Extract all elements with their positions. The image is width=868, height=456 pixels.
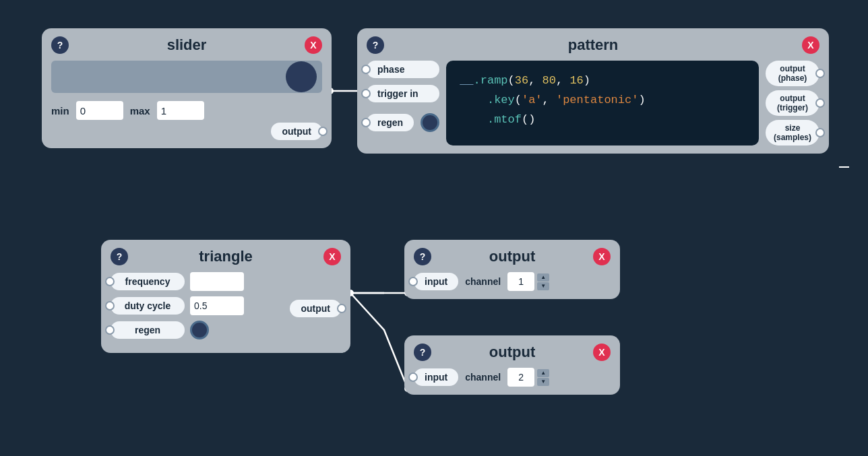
pattern-phase-input[interactable]: phase <box>367 61 439 78</box>
output2-channel-spinner: ▲ ▼ <box>507 368 549 387</box>
triangle-title: triangle <box>133 248 318 265</box>
pattern-outputs: output(phase) output(trigger) size(sampl… <box>766 61 819 145</box>
triangle-close-button[interactable]: X <box>323 248 341 265</box>
code-paren-7: ) <box>638 94 645 106</box>
pattern-trigger-input[interactable]: trigger in <box>367 85 439 102</box>
code-paren-2: , <box>528 74 542 87</box>
slider-node: ? slider X min max output <box>42 28 332 148</box>
triangle-regen-pill[interactable]: regen <box>111 321 185 339</box>
output2-increment-btn[interactable]: ▲ <box>537 369 549 377</box>
pattern-title: pattern <box>390 36 797 54</box>
triangle-header: ? triangle X <box>111 248 341 265</box>
pattern-body: phase trigger in regen __.ramp(36, 80, 1… <box>367 61 819 145</box>
output2-input-pill[interactable]: input <box>414 368 458 386</box>
triangle-help-button[interactable]: ? <box>111 248 128 265</box>
pattern-header: ? pattern X <box>367 36 819 54</box>
triangle-output-pill[interactable]: output <box>290 300 341 317</box>
output1-help-button[interactable]: ? <box>414 248 431 265</box>
pattern-help-button[interactable]: ? <box>367 36 384 54</box>
triangle-duty-row: duty cycle <box>111 296 290 315</box>
triangle-body: frequency duty cycle regen output <box>111 272 341 345</box>
output2-header: ? output X <box>414 344 611 361</box>
slider-header: ? slider X <box>51 36 322 54</box>
output1-body: input channel ▲ ▼ <box>414 272 611 291</box>
max-label: max <box>130 105 150 117</box>
output1-title: output <box>437 248 588 265</box>
output1-decrement-btn[interactable]: ▼ <box>537 282 549 290</box>
output1-channel-spinner: ▲ ▼ <box>507 272 549 291</box>
triangle-params: frequency duty cycle regen <box>111 272 290 345</box>
pattern-regen-row: regen <box>367 113 439 132</box>
triangle-node: ? triangle X frequency duty cycle regen … <box>101 240 350 353</box>
output-node-2: ? output X input channel ▲ ▼ <box>404 335 620 395</box>
pattern-output-phase[interactable]: output(phase) <box>766 61 819 86</box>
min-input[interactable] <box>76 101 123 120</box>
pattern-regen-input[interactable]: regen <box>367 114 414 131</box>
output2-channel-label: channel <box>465 372 501 383</box>
code-fn-3: .mtof <box>460 113 522 126</box>
output2-decrement-btn[interactable]: ▼ <box>537 378 549 386</box>
triangle-frequency-input[interactable] <box>190 272 244 291</box>
code-line-3: .mtof() <box>460 110 745 130</box>
slider-thumb[interactable] <box>286 61 317 92</box>
code-num-3: 16 <box>569 74 583 87</box>
slider-close-button[interactable]: X <box>305 36 322 54</box>
output1-channel-label: channel <box>465 276 501 287</box>
pattern-size-samples[interactable]: size(samples) <box>766 120 819 145</box>
triangle-duty-input[interactable] <box>190 296 244 315</box>
max-input[interactable] <box>157 101 204 120</box>
output1-close-button[interactable]: X <box>593 248 611 265</box>
triangle-frequency-row: frequency <box>111 272 290 291</box>
min-label: min <box>51 105 69 117</box>
code-paren-3: , <box>556 74 569 87</box>
output2-spinner-btns: ▲ ▼ <box>537 369 549 386</box>
output2-help-button[interactable]: ? <box>414 344 431 361</box>
code-line-1: __.ramp(36, 80, 16) <box>460 71 745 91</box>
triangle-duty-pill[interactable]: duty cycle <box>111 297 185 315</box>
pattern-inputs: phase trigger in regen <box>367 61 439 145</box>
triangle-frequency-pill[interactable]: frequency <box>111 273 185 290</box>
output1-increment-btn[interactable]: ▲ <box>537 273 549 282</box>
slider-track[interactable] <box>51 61 322 93</box>
code-fn-1: .ramp <box>474 74 508 87</box>
code-paren-5: ( <box>515 94 522 106</box>
output1-spinner-btns: ▲ ▼ <box>537 273 549 290</box>
pattern-node: ? pattern X phase trigger in regen __.ra… <box>357 28 829 154</box>
output-node-1: ? output X input channel ▲ ▼ <box>404 240 620 299</box>
output2-close-button[interactable]: X <box>593 344 611 361</box>
slider-min-max: min max <box>51 101 322 120</box>
slider-output-pill[interactable]: output <box>271 123 322 140</box>
slider-output-row: output <box>51 123 322 140</box>
code-fn-2: .key <box>460 94 515 106</box>
code-paren-8: () <box>522 113 535 126</box>
code-line-2: .key('a', 'pentatonic') <box>460 91 745 110</box>
code-paren-6: , <box>542 94 556 106</box>
output2-body: input channel ▲ ▼ <box>414 368 611 387</box>
output2-channel-value[interactable] <box>507 368 534 387</box>
triangle-regen-row: regen <box>111 321 290 339</box>
code-paren-1: ( <box>508 74 515 87</box>
slider-title: slider <box>74 36 299 54</box>
triangle-regen-toggle[interactable] <box>190 321 209 339</box>
output2-title: output <box>437 344 588 361</box>
pattern-code-area: __.ramp(36, 80, 16) .key('a', 'pentatoni… <box>446 61 759 145</box>
pattern-output-trigger[interactable]: output(trigger) <box>766 90 819 116</box>
triangle-output-col: output <box>290 272 341 345</box>
code-str-1: 'a' <box>522 94 542 106</box>
slider-help-button[interactable]: ? <box>51 36 69 54</box>
code-str-2: 'pentatonic' <box>556 94 638 106</box>
code-num-1: 36 <box>515 74 528 87</box>
pattern-regen-toggle[interactable] <box>421 113 439 132</box>
output1-channel-value[interactable] <box>507 272 534 291</box>
pattern-close-button[interactable]: X <box>802 36 819 54</box>
output1-input-pill[interactable]: input <box>414 273 458 290</box>
code-num-2: 80 <box>542 74 556 87</box>
code-paren-4: ) <box>584 74 590 87</box>
code-prefix-1: __ <box>460 74 473 87</box>
output1-header: ? output X <box>414 248 611 265</box>
